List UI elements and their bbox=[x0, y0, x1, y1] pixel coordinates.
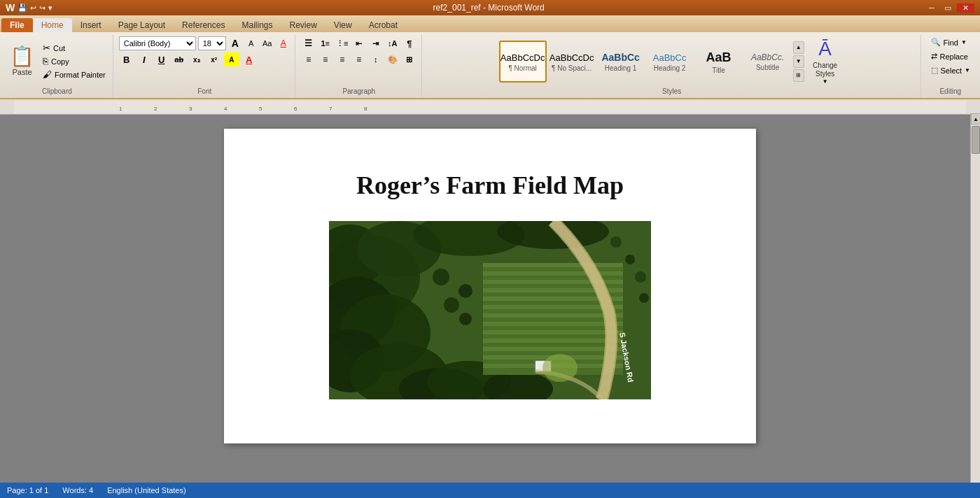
quick-save[interactable]: 💾 bbox=[18, 3, 27, 13]
tab-mailings[interactable]: Mailings bbox=[233, 18, 281, 32]
subscript-button[interactable]: x₂ bbox=[189, 52, 204, 66]
scrollbar-right[interactable]: ▲ ▼ bbox=[970, 113, 980, 498]
minimize-button[interactable]: ─ bbox=[925, 3, 939, 13]
close-button[interactable]: ✕ bbox=[957, 3, 974, 13]
language-indicator: English (United States) bbox=[107, 486, 186, 495]
editing-group-label: Editing bbox=[939, 86, 961, 97]
find-button[interactable]: 🔍 Find ▼ bbox=[927, 36, 975, 48]
copy-button[interactable]: ⎘ Copy bbox=[40, 55, 108, 67]
tab-acrobat[interactable]: Acrobat bbox=[360, 18, 406, 32]
bold-button[interactable]: B bbox=[119, 52, 134, 66]
quick-redo[interactable]: ↪ bbox=[39, 3, 46, 13]
strikethrough-button[interactable]: ab bbox=[172, 52, 187, 66]
change-styles-button[interactable]: Ā ChangeStyles ▼ bbox=[806, 38, 845, 85]
style-h1-preview: AaBbCc bbox=[601, 52, 639, 63]
svg-rect-24 bbox=[483, 271, 623, 276]
svg-rect-31 bbox=[483, 330, 623, 334]
para-row2: ≡ ≡ ≡ ≡ ↕ 🎨 ⊞ bbox=[301, 52, 417, 66]
replace-icon: ⇄ bbox=[931, 52, 937, 61]
svg-text:3: 3 bbox=[189, 106, 192, 112]
tab-home[interactable]: Home bbox=[33, 18, 72, 32]
line-spacing-button[interactable]: ↕ bbox=[368, 52, 384, 66]
paste-button[interactable]: 📋 Paste bbox=[6, 45, 38, 78]
font-grow-button[interactable]: A bbox=[228, 36, 242, 50]
format-painter-button[interactable]: 🖌 Format Painter bbox=[40, 69, 108, 80]
highlight-button[interactable]: A bbox=[224, 52, 239, 66]
style-h1-label: Heading 1 bbox=[605, 64, 637, 72]
show-marks-button[interactable]: ¶ bbox=[402, 36, 417, 50]
shading-button[interactable]: 🎨 bbox=[385, 52, 400, 66]
style-heading2[interactable]: AaBbCc Heading 2 bbox=[646, 41, 694, 83]
superscript-button[interactable]: x² bbox=[206, 52, 222, 66]
tab-page-layout[interactable]: Page Layout bbox=[110, 18, 174, 32]
copy-icon: ⎘ bbox=[43, 56, 48, 66]
styles-scroll-buttons: ▲ ▼ ⊞ bbox=[793, 41, 804, 82]
styles-expand[interactable]: ⊞ bbox=[793, 69, 804, 82]
select-button[interactable]: ⬚ Select ▼ bbox=[927, 64, 975, 76]
change-styles-label: ChangeStyles bbox=[813, 62, 837, 78]
italic-button[interactable]: I bbox=[136, 52, 152, 66]
tab-review[interactable]: Review bbox=[281, 18, 325, 32]
ruler: 12 34 56 78 bbox=[0, 99, 980, 115]
document-title: Roger’s Farm Field Map bbox=[280, 171, 700, 200]
justify-button[interactable]: ≡ bbox=[351, 52, 367, 66]
font-size-select[interactable]: 18 bbox=[198, 36, 226, 50]
sort-button[interactable]: ↕A bbox=[385, 36, 400, 50]
style-title[interactable]: AaB Title bbox=[695, 41, 743, 83]
document-container: Roger’s Farm Field Map bbox=[0, 115, 980, 484]
style-subtitle[interactable]: AaBbCc. Subtitle bbox=[744, 41, 792, 83]
tab-file[interactable]: File bbox=[1, 18, 33, 32]
font-row2: B I U ab x₂ x² A A bbox=[119, 52, 290, 66]
paste-label: Paste bbox=[12, 68, 31, 76]
svg-point-47 bbox=[542, 354, 578, 382]
svg-text:4: 4 bbox=[224, 106, 227, 112]
style-heading1[interactable]: AaBbCc Heading 1 bbox=[597, 41, 645, 83]
font-color-button[interactable]: A bbox=[241, 52, 257, 66]
clipboard-group: 📋 Paste ✂ Cut ⎘ Copy 🖌 Format Painter Cl… bbox=[1, 35, 113, 98]
tab-view[interactable]: View bbox=[326, 18, 360, 32]
select-arrow: ▼ bbox=[965, 67, 970, 73]
bullets-button[interactable]: ☰ bbox=[301, 36, 316, 50]
find-label: Find bbox=[944, 38, 958, 47]
scroll-thumb[interactable] bbox=[972, 126, 980, 154]
svg-point-45 bbox=[444, 297, 459, 313]
styles-area: AaBbCcDc ¶ Normal AaBbCcDc ¶ No Spaci...… bbox=[499, 41, 792, 83]
clipboard-group-label: Clipboard bbox=[42, 86, 72, 97]
multilevel-button[interactable]: ⋮≡ bbox=[335, 36, 350, 50]
scroll-up-button[interactable]: ▲ bbox=[971, 113, 980, 124]
underline-button[interactable]: U bbox=[154, 52, 169, 66]
style-normal[interactable]: AaBbCcDc ¶ Normal bbox=[499, 41, 547, 83]
tab-references[interactable]: References bbox=[174, 18, 233, 32]
ruler-svg: 12 34 56 78 bbox=[14, 101, 966, 113]
align-right-button[interactable]: ≡ bbox=[335, 52, 350, 66]
align-left-button[interactable]: ≡ bbox=[301, 52, 316, 66]
decrease-indent-button[interactable]: ⇤ bbox=[351, 36, 367, 50]
svg-rect-23 bbox=[483, 263, 623, 267]
styles-scroll-down[interactable]: ▼ bbox=[793, 55, 804, 68]
numbering-button[interactable]: 1≡ bbox=[318, 36, 333, 50]
select-label: Select bbox=[941, 66, 962, 75]
borders-button[interactable]: ⊞ bbox=[402, 52, 417, 66]
svg-point-41 bbox=[635, 271, 646, 283]
svg-point-46 bbox=[459, 313, 472, 325]
increase-indent-button[interactable]: ⇥ bbox=[368, 36, 384, 50]
quick-undo[interactable]: ↩ bbox=[30, 3, 36, 13]
font-name-select[interactable]: Calibri (Body) bbox=[119, 36, 196, 50]
cut-button[interactable]: ✂ Cut bbox=[40, 42, 108, 54]
font-group: Calibri (Body) 18 A A Aa A B I U ab x₂ bbox=[115, 35, 295, 98]
restore-button[interactable]: ▭ bbox=[940, 3, 955, 13]
styles-scroll-up[interactable]: ▲ bbox=[793, 41, 804, 54]
font-group-label: Font bbox=[197, 86, 211, 97]
font-case-button[interactable]: Aa bbox=[260, 36, 274, 50]
clear-format-button[interactable]: A bbox=[276, 36, 290, 50]
farm-map-image: S Jackson Rd bbox=[329, 221, 651, 399]
align-center-button[interactable]: ≡ bbox=[318, 52, 333, 66]
font-shrink-button[interactable]: A bbox=[244, 36, 258, 50]
svg-point-40 bbox=[625, 255, 635, 264]
replace-button[interactable]: ⇄ Replace bbox=[927, 50, 975, 62]
page-indicator: Page: 1 of 1 bbox=[7, 486, 48, 495]
tab-insert[interactable]: Insert bbox=[72, 18, 110, 32]
editing-buttons: 🔍 Find ▼ ⇄ Replace ⬚ Select ▼ bbox=[927, 36, 975, 76]
style-no-spacing[interactable]: AaBbCcDc ¶ No Spaci... bbox=[548, 41, 596, 83]
svg-rect-33 bbox=[483, 347, 623, 351]
